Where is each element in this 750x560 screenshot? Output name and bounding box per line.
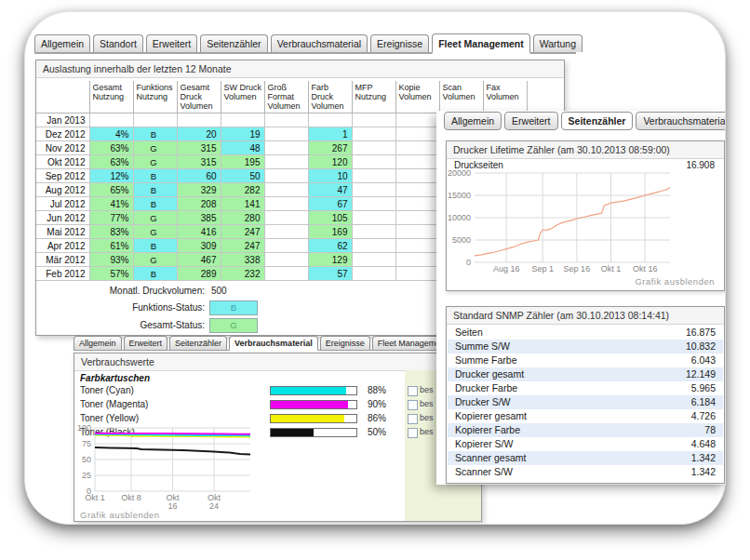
snmp-row-label: Kopierer S/W (455, 437, 513, 451)
lifetime-counter-panel: Drucker Lifetime Zähler (am 30.10.2013 0… (446, 140, 725, 291)
usage-cell (352, 253, 395, 267)
tab-verbrauchsmaterial[interactable]: Verbrauchsmaterial (636, 112, 726, 130)
toner-level-bar (270, 428, 357, 437)
usage-cell: 232 (221, 267, 264, 281)
usage-cell (352, 239, 395, 253)
snmp-row-label: Scanner gesamt (455, 451, 526, 465)
order-checkbox[interactable] (408, 400, 418, 410)
usage-cell: 267 (308, 141, 352, 155)
order-checkbox-label: bes (420, 385, 434, 394)
snmp-row-value: 1.342 (691, 451, 716, 465)
svg-text:24: 24 (209, 501, 219, 511)
snmp-row: Drucker Farbe5.965 (448, 381, 723, 395)
month-cell: Feb 2012 (36, 267, 89, 281)
toner-label: Toner (Cyan) (80, 385, 134, 395)
usage-cell (264, 141, 308, 155)
tab-ereignisse[interactable]: Ereignisse (370, 34, 429, 52)
function-status-label: Funktions-Status: (36, 302, 205, 313)
snmp-row-label: Drucker Farbe (455, 381, 517, 395)
monthly-volume-label: Monatl. Druckvolumen: (36, 286, 205, 296)
snmp-row-label: Drucker S/W (455, 395, 511, 409)
usage-cell (352, 197, 395, 211)
tab-seitenzähler[interactable]: Seitenzähler (169, 336, 227, 350)
usage-cell: 467 (177, 253, 221, 267)
tab-verbrauchsmaterial[interactable]: Verbrauchsmaterial (271, 34, 368, 52)
usage-cell (352, 225, 395, 239)
tab-standort[interactable]: Standort (93, 34, 143, 52)
usage-cell (352, 267, 395, 281)
tab-fleet-management[interactable]: Fleet Management (432, 33, 530, 54)
usage-cell (352, 211, 395, 225)
svg-text:10000: 10000 (448, 213, 471, 222)
usage-cell: 48 (221, 141, 264, 155)
total-status-badge: G (209, 318, 258, 333)
tab-erweitert[interactable]: Erweitert (124, 336, 168, 350)
usage-cell: 247 (221, 225, 264, 239)
snmp-row-value: 16.875 (686, 326, 716, 340)
svg-text:Okt 8: Okt 8 (121, 493, 141, 502)
svg-text:15000: 15000 (448, 191, 471, 200)
snmp-row-value: 78 (704, 423, 716, 437)
usage-cell (264, 253, 308, 267)
toner-row: Toner (Magenta)90%bes (74, 397, 481, 411)
usage-cell: 315 (177, 141, 221, 155)
usage-cell: 50 (221, 169, 264, 183)
hide-graph-link[interactable]: Grafik ausblenden (80, 510, 160, 520)
consumables-panel: Verbrauchswerte Farbkartuschen Toner (Cy… (74, 353, 482, 522)
month-cell: Okt 2012 (36, 155, 89, 169)
svg-text:Sep 1: Sep 1 (531, 264, 554, 273)
column-header: Gesamt Druck Volumen (177, 81, 221, 113)
snmp-row: Kopierer Farbe78 (448, 423, 723, 437)
toner-level-bar (270, 386, 357, 395)
month-cell: Apr 2012 (36, 239, 89, 253)
usage-cell (395, 225, 439, 239)
tab-allgemein[interactable]: Allgemein (444, 112, 502, 130)
tab-ereignisse[interactable]: Ereignisse (320, 336, 370, 350)
snmp-row-label: Summe Farbe (455, 353, 517, 367)
order-checkbox[interactable] (408, 428, 418, 438)
month-cell: Aug 2012 (36, 183, 89, 197)
tab-allgemein[interactable]: Allgemein (34, 34, 90, 52)
usage-cell: 12% (89, 169, 133, 183)
toner-percent: 90% (368, 399, 386, 409)
usage-cell (395, 183, 439, 197)
month-cell: Sep 2012 (36, 169, 89, 183)
tab-erweitert[interactable]: Erweitert (504, 112, 557, 130)
usage-cell (395, 127, 439, 141)
usage-cell: G (133, 211, 177, 225)
usage-header-row: Gesamt NutzungFunktions NutzungGesamt Dr… (36, 81, 562, 113)
snmp-row-label: Kopierer gesamt (455, 409, 527, 423)
usage-cell: 338 (221, 253, 264, 267)
column-header: Groß Format Volumen (264, 81, 308, 113)
snmp-row-value: 4.648 (691, 437, 716, 451)
usage-cell: 41% (89, 197, 133, 211)
usage-cell: B (133, 169, 177, 183)
hide-graph-link[interactable]: Grafik ausblenden (635, 276, 715, 287)
month-cell: Dez 2012 (36, 127, 89, 141)
function-status-row: Funktions-Status: B (36, 300, 315, 315)
usage-cell: 195 (221, 155, 264, 169)
snmp-row: Scanner S/W1.342 (448, 465, 723, 479)
tab-erweitert[interactable]: Erweitert (146, 34, 197, 52)
month-cell: Jan 2013 (36, 113, 89, 127)
tab-seitenzähler[interactable]: Seitenzähler (200, 34, 267, 52)
usage-cell: 77% (89, 211, 133, 225)
cartridges-section-title: Farbkartuschen (80, 373, 150, 383)
usage-cell: B (133, 127, 177, 141)
tab-seitenzähler[interactable]: Seitenzähler (561, 112, 634, 130)
usage-cell (177, 113, 221, 127)
usage-cell: 57% (89, 267, 133, 281)
total-status-row: Gesamt-Status: G (36, 318, 315, 333)
order-checkbox-label: bes (420, 399, 434, 408)
tab-allgemein[interactable]: Allgemein (74, 336, 122, 350)
tab-wartung[interactable]: Wartung (533, 34, 583, 52)
usage-cell (89, 113, 133, 127)
svg-text:25: 25 (82, 471, 91, 480)
month-cell: Mai 2012 (36, 225, 89, 239)
snmp-row-label: Drucker gesamt (455, 367, 524, 381)
lifetime-chart: 05000100001500020000Aug 16Sep 1Sep 16Okt… (447, 167, 724, 279)
order-checkbox[interactable] (408, 386, 418, 396)
order-checkbox[interactable] (408, 414, 418, 424)
snmp-row-label: Summe S/W (455, 340, 510, 353)
tab-verbrauchsmaterial[interactable]: Verbrauchsmaterial (229, 336, 318, 351)
